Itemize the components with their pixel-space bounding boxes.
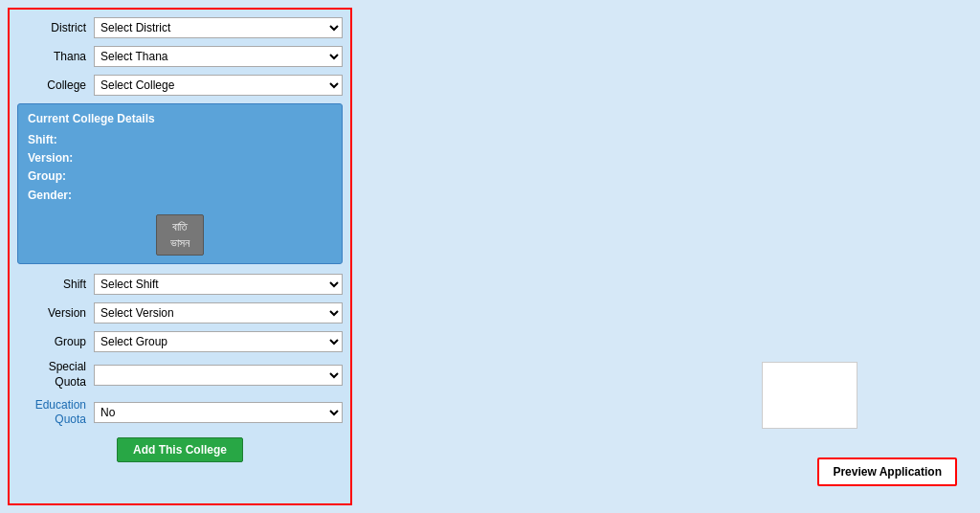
cancel-btn-container: বাতিভাসন bbox=[28, 214, 332, 256]
version-select[interactable]: Select Version bbox=[94, 302, 343, 323]
main-container: District Select District Thana Select Th… bbox=[0, 0, 980, 513]
preview-btn-wrapper: Preview Application bbox=[817, 457, 957, 486]
current-college-box: Current College Details Shift: Version: … bbox=[17, 103, 343, 264]
shift-row: Shift Select Shift bbox=[17, 274, 343, 295]
shift-label: Shift bbox=[17, 278, 94, 291]
thana-label: Thana bbox=[17, 50, 94, 63]
education-quota-row: EducationQuota No bbox=[17, 398, 343, 428]
special-quota-label: SpecialQuota bbox=[17, 360, 94, 390]
group-detail: Group: bbox=[28, 167, 332, 186]
shift-detail: Shift: bbox=[28, 131, 332, 149]
version-detail-label: Version: bbox=[28, 151, 73, 165]
college-select[interactable]: Select College bbox=[94, 75, 343, 96]
version-row: Version Select Version bbox=[17, 302, 343, 323]
shift-select[interactable]: Select Shift bbox=[94, 274, 343, 295]
group-select[interactable]: Select Group bbox=[94, 331, 343, 352]
district-select[interactable]: Select District bbox=[94, 17, 343, 38]
thana-row: Thana Select Thana bbox=[17, 46, 343, 67]
college-row: College Select College bbox=[17, 75, 343, 96]
thana-select[interactable]: Select Thana bbox=[94, 46, 343, 67]
group-row: Group Select Group bbox=[17, 331, 343, 352]
group-label: Group bbox=[17, 335, 94, 348]
district-label: District bbox=[17, 21, 94, 34]
shift-detail-label: Shift: bbox=[28, 133, 57, 146]
education-quota-label: EducationQuota bbox=[17, 398, 94, 428]
add-college-button[interactable]: Add This College bbox=[117, 437, 243, 462]
placeholder-box bbox=[762, 362, 858, 429]
district-row: District Select District bbox=[17, 17, 343, 38]
education-quota-select[interactable]: No bbox=[94, 402, 343, 423]
special-quota-row: SpecialQuota bbox=[17, 360, 343, 390]
college-label: College bbox=[17, 78, 94, 92]
gender-detail-label: Gender: bbox=[28, 189, 72, 202]
version-detail: Version: bbox=[28, 149, 332, 167]
group-detail-label: Group: bbox=[28, 169, 66, 183]
right-panel: Preview Application bbox=[352, 8, 972, 505]
left-panel: District Select District Thana Select Th… bbox=[8, 8, 352, 505]
gender-detail: Gender: bbox=[28, 187, 332, 205]
cancel-button[interactable]: বাতিভাসন bbox=[156, 214, 204, 256]
version-label: Version bbox=[17, 306, 94, 320]
current-college-title: Current College Details bbox=[28, 112, 332, 125]
special-quota-select[interactable] bbox=[94, 365, 343, 386]
preview-application-button[interactable]: Preview Application bbox=[817, 457, 957, 486]
